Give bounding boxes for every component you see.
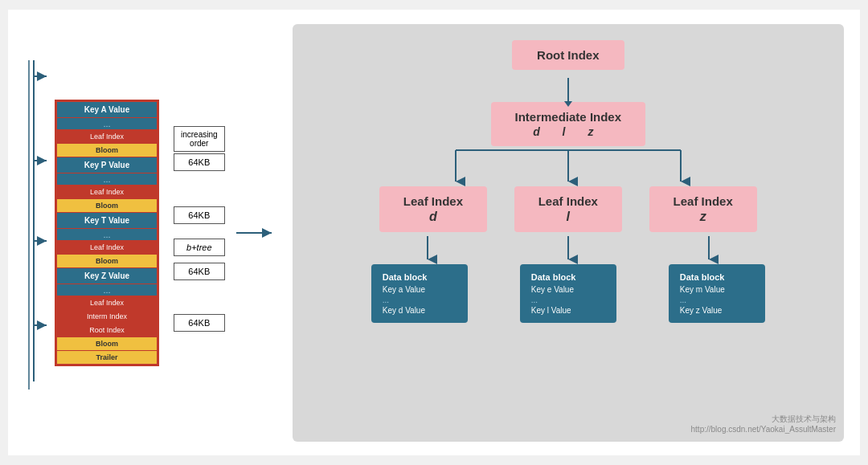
- data-block-key1-2: Key m Value: [680, 285, 754, 294]
- leaf-index-label-1: Leaf Index: [538, 194, 598, 208]
- kb64-label-1: 64KB: [174, 153, 225, 171]
- data-block-key2-1: Key l Value: [531, 306, 605, 315]
- block1-bloom: Bloom: [57, 144, 157, 157]
- leaf-index-sub-2: z: [674, 210, 733, 224]
- trailer: Trailer: [57, 351, 157, 364]
- tree-root-level: Root Index: [512, 40, 624, 70]
- data-block-title-0: Data block: [383, 272, 457, 282]
- data-block-title-2: Data block: [680, 272, 754, 282]
- leaf-index-box-2: Leaf Index z: [649, 186, 757, 232]
- data-block-key1-0: Key a Value: [383, 285, 457, 294]
- data-block-0: Data block Key a Value ... Key d Value: [371, 264, 468, 323]
- data-block-dots-2: ...: [680, 296, 754, 304]
- block4-leaf: Leaf Index: [57, 296, 157, 309]
- block1-leaf: Leaf Index: [57, 130, 157, 143]
- block1-dots: ...: [57, 118, 157, 129]
- tree-wrapper: Root Index Intermediate Index d l z: [317, 40, 820, 323]
- increasing-order-label: increasing order: [174, 126, 225, 152]
- connector-svg-1: [367, 146, 769, 186]
- main-container: Key A Value ... Leaf Index Bloom Key P V…: [8, 10, 860, 455]
- root-index-left: Root Index: [57, 324, 157, 337]
- sstable: Key A Value ... Leaf Index Bloom Key P V…: [55, 100, 159, 366]
- data-block-title-1: Data block: [531, 272, 605, 282]
- root-to-inter-arrow: [567, 78, 569, 102]
- leaf-index-sub-1: l: [538, 210, 598, 224]
- intermediate-index-sub: d l z: [515, 125, 622, 138]
- block4-dots: ...: [57, 284, 157, 296]
- intermediate-index-label: Intermediate Index: [515, 110, 622, 124]
- data-block-dots-0: ...: [383, 296, 457, 304]
- connector-svg-2: [367, 232, 769, 264]
- block3-bloom: Bloom: [57, 255, 157, 267]
- intermediate-level: Intermediate Index d l z: [491, 102, 646, 146]
- data-block-key1-1: Key e Value: [531, 285, 605, 294]
- intermediate-index-box: Intermediate Index d l z: [491, 102, 646, 146]
- leaf-index-box-1: Leaf Index l: [514, 186, 622, 232]
- key-p-value: Key P Value: [57, 157, 157, 173]
- leaf-index-label-0: Leaf Index: [403, 194, 463, 208]
- key-z-value: Key Z Value: [57, 268, 157, 283]
- block2-dots: ...: [57, 173, 157, 185]
- leaf-index-sub-0: d: [403, 210, 463, 224]
- block2-bloom: Bloom: [57, 199, 157, 212]
- data-block-dots-1: ...: [531, 296, 605, 304]
- block3-dots: ...: [57, 229, 157, 240]
- left-panel: Key A Value ... Leaf Index Bloom Key P V…: [24, 36, 276, 430]
- leaf-level: Leaf Index d Leaf Index l Leaf Index z: [367, 186, 769, 232]
- key-t-value: Key T Value: [57, 213, 157, 228]
- interm-index: Interm Index: [57, 310, 157, 323]
- middle-labels: increasing order 64KB 64KB b+tree 64KB 6…: [174, 133, 225, 333]
- right-panel: Root Index Intermediate Index d l z: [293, 24, 844, 442]
- kb64-label-4: 64KB: [174, 314, 225, 332]
- data-block-key2-2: Key z Value: [680, 306, 754, 315]
- right-arrow-svg: [236, 225, 276, 241]
- bottom-bloom: Bloom: [57, 337, 157, 350]
- root-index-label: Root Index: [537, 48, 600, 62]
- block2-leaf: Leaf Index: [57, 186, 157, 198]
- left-arrows-svg: [24, 36, 47, 430]
- leaves-to-data-connector: [367, 232, 769, 264]
- watermark-line2: http://blog.csdn.net/Yaokai_AssultMaster: [691, 425, 836, 434]
- bptree-label: b+tree: [174, 239, 225, 256]
- data-block-1: Data block Key e Value ... Key l Value: [520, 264, 616, 323]
- data-block-2: Data block Key m Value ... Key z Value: [669, 264, 765, 323]
- block3-leaf: Leaf Index: [57, 241, 157, 254]
- kb64-label-2: 64KB: [174, 206, 225, 224]
- watermark: 大数据技术与架构 http://blog.csdn.net/Yaokai_Ass…: [691, 414, 836, 434]
- increasing-order-group: increasing order 64KB: [174, 124, 225, 173]
- inter-to-leaves-connector: [367, 146, 769, 186]
- data-block-level: Data block Key a Value ... Key d Value D…: [367, 264, 769, 323]
- kb64-label-3: 64KB: [174, 263, 225, 280]
- key-a-value: Key A Value: [57, 102, 157, 117]
- leaf-index-box-0: Leaf Index d: [379, 186, 487, 232]
- data-block-key2-0: Key d Value: [383, 306, 457, 315]
- watermark-line1: 大数据技术与架构: [691, 414, 836, 425]
- leaf-index-label-2: Leaf Index: [674, 194, 733, 208]
- root-index-box: Root Index: [512, 40, 624, 70]
